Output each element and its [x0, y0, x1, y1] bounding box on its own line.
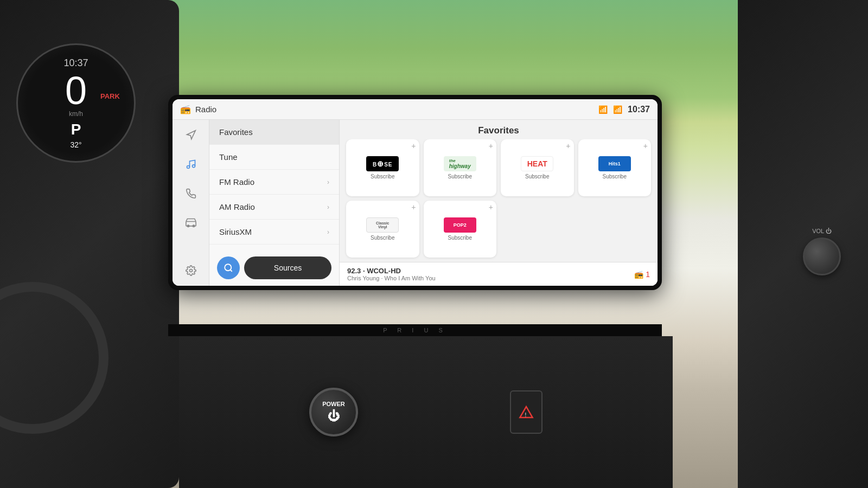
sidebar-icon-phone[interactable] — [181, 184, 201, 203]
nav-label-siriusxm: SiriusXM — [219, 227, 252, 236]
cluster-time: 10:37 — [63, 57, 88, 69]
volume-control[interactable]: VOL ⏻ — [803, 228, 841, 275]
favorite-card-3[interactable]: + HEAT Subscribe — [501, 139, 574, 196]
nav-item-siriusxm[interactable]: SiriusXM › — [209, 220, 339, 245]
logo-classic-vinyl: ClassicVinyl — [366, 217, 399, 233]
cluster-temp: 32° — [70, 140, 81, 149]
header-left: 📻 Radio — [180, 104, 216, 114]
screen-body: Favorites Tune FM Radio › AM Radio › Sir… — [173, 120, 658, 286]
fav-subscribe-3: Subscribe — [525, 174, 549, 179]
sources-button[interactable]: Sources — [244, 256, 331, 279]
header-title: Radio — [195, 105, 216, 114]
fav-subscribe-6: Subscribe — [448, 235, 472, 241]
svg-point-6 — [189, 269, 192, 272]
power-label: POWER — [322, 401, 345, 407]
fav-subscribe-4: Subscribe — [603, 174, 627, 179]
volume-knob[interactable] — [803, 237, 841, 275]
signal-icon: 📶 — [598, 105, 608, 114]
power-button[interactable]: POWER ⏻ — [309, 388, 358, 436]
now-playing-info: 92.3 · WCOL-HD Chris Young · Who I Am Wi… — [347, 267, 436, 281]
park-indicator: PARK — [100, 92, 120, 100]
favorites-grid: + B⊕SE Subscribe + thehighway Subscribe — [340, 139, 658, 262]
hazard-button[interactable]: ! — [510, 390, 542, 434]
svg-point-7 — [225, 264, 231, 271]
sidebar — [173, 120, 209, 286]
cluster-speed: 0 — [65, 71, 87, 110]
add-favorite-1-icon[interactable]: + — [411, 142, 416, 150]
favorites-title: Favorites — [340, 120, 658, 139]
prius-brand-label: P R I U S — [168, 324, 662, 336]
nav-item-fm[interactable]: FM Radio › — [209, 170, 339, 195]
logo-hits1: Hits1 — [598, 156, 631, 171]
sirius-chevron-icon: › — [327, 228, 329, 236]
volume-label: VOL ⏻ — [812, 228, 832, 234]
nav-item-tune[interactable]: Tune — [209, 145, 339, 170]
steering-wheel — [0, 282, 108, 434]
add-favorite-6-icon[interactable]: + — [489, 203, 493, 211]
nav-label-tune: Tune — [219, 152, 238, 162]
np-song: Chris Young · Who I Am With You — [347, 275, 436, 281]
favorite-card-1[interactable]: + B⊕SE Subscribe — [346, 139, 419, 196]
infotainment-screen: 📻 Radio 📶 📶 10:37 — [173, 99, 658, 286]
sidebar-icon-music[interactable] — [181, 155, 201, 174]
svg-text:!: ! — [525, 412, 527, 418]
nav-label-favorites: Favorites — [219, 127, 253, 137]
radio-icon: 📻 — [180, 104, 191, 114]
screen-bezel: 📻 Radio 📶 📶 10:37 — [168, 95, 662, 290]
add-favorite-5-icon[interactable]: + — [411, 203, 416, 211]
logo-heat: HEAT — [521, 156, 553, 171]
fav-subscribe-5: Subscribe — [371, 235, 394, 241]
np-station: 92.3 · WCOL-HD — [347, 267, 436, 275]
dashboard-right: VOL ⏻ — [738, 0, 868, 488]
nav-bottom-bar: Sources — [209, 250, 339, 286]
search-button[interactable] — [217, 256, 240, 279]
nav-menu: Favorites Tune FM Radio › AM Radio › Sir… — [209, 120, 340, 286]
main-content-area: Favorites + B⊕SE Subscribe + t — [340, 120, 658, 286]
favorite-card-4[interactable]: + Hits1 Subscribe — [578, 139, 652, 196]
logo-pop: POP2 — [444, 217, 476, 233]
favorite-card-5[interactable]: + ClassicVinyl Subscribe — [346, 201, 419, 258]
now-playing-bar: 92.3 · WCOL-HD Chris Young · Who I Am Wi… — [340, 262, 658, 286]
nav-item-favorites[interactable]: Favorites — [209, 120, 339, 145]
power-symbol-icon: ⏻ — [328, 409, 340, 423]
header-right: 📶 📶 10:37 — [598, 105, 650, 114]
sidebar-icon-settings[interactable] — [181, 261, 201, 280]
fm-chevron-icon: › — [327, 178, 329, 186]
nav-label-fm: FM Radio — [219, 177, 254, 187]
now-playing-icon: 📻 1 — [634, 270, 650, 279]
svg-point-1 — [187, 166, 189, 169]
dashboard-bottom: POWER ⏻ ! — [179, 336, 673, 488]
add-favorite-3-icon[interactable]: + — [566, 142, 570, 150]
header-time: 10:37 — [628, 105, 650, 114]
bluetooth-icon: 📶 — [613, 105, 622, 114]
nav-item-am[interactable]: AM Radio › — [209, 195, 339, 220]
logo-bose: B⊕SE — [366, 156, 399, 171]
instrument-cluster: 10:37 0 km/h P 32° — [16, 43, 136, 163]
spacer — [380, 407, 488, 418]
add-favorite-2-icon[interactable]: + — [489, 142, 493, 150]
svg-point-2 — [192, 165, 195, 168]
fav-subscribe-2: Subscribe — [448, 174, 472, 179]
screen-header: 📻 Radio 📶 📶 10:37 — [173, 99, 658, 120]
nav-label-am: AM Radio — [219, 202, 255, 211]
dashboard-left: 10:37 0 km/h P 32° PARK — [0, 0, 179, 488]
svg-marker-0 — [187, 131, 195, 139]
logo-highway: thehighway — [444, 156, 476, 171]
am-chevron-icon: › — [327, 203, 329, 211]
add-favorite-4-icon[interactable]: + — [643, 142, 648, 150]
fav-subscribe-1: Subscribe — [371, 174, 394, 179]
sidebar-icon-navigate[interactable] — [181, 125, 201, 145]
cluster-unit: km/h — [69, 110, 83, 118]
sidebar-icon-car[interactable] — [181, 213, 201, 233]
cluster-gear: P — [71, 121, 81, 138]
favorite-card-6[interactable]: + POP2 Subscribe — [424, 201, 497, 258]
favorite-card-2[interactable]: + thehighway Subscribe — [424, 139, 497, 196]
